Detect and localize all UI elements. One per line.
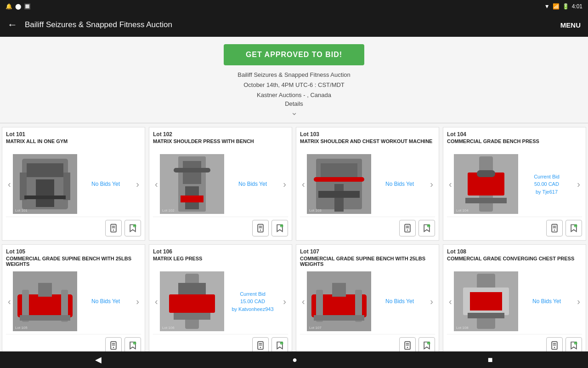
svg-point-37 <box>407 230 408 231</box>
lot-image-104: Lot 104 <box>454 154 518 214</box>
watch-button[interactable] <box>252 220 269 236</box>
lot-label: Lot 107 <box>300 248 435 255</box>
auction-name: Bailiff Seizures & Snapped Fitness Aucti… <box>237 70 350 80</box>
bookmark-button[interactable]: + <box>418 220 435 236</box>
watch-button[interactable] <box>546 220 563 236</box>
svg-rect-9 <box>112 226 115 227</box>
bottom-nav: ◀ ● ■ <box>0 351 588 368</box>
battery-icon: 🔋 <box>562 3 569 10</box>
back-button[interactable]: ← <box>7 19 17 31</box>
prev-image-button[interactable]: ‹ <box>300 294 307 309</box>
lot-image-101: Lot 101 <box>13 154 77 214</box>
lot-actions-102: + <box>153 217 288 236</box>
svg-text:+: + <box>281 342 283 345</box>
bookmark-button[interactable]: + <box>418 337 435 351</box>
lot-title: MATRIX ALL IN ONE GYM <box>6 138 141 151</box>
next-image-button[interactable]: › <box>281 294 288 309</box>
prev-image-button[interactable]: ‹ <box>6 177 13 191</box>
watch-button[interactable] <box>252 337 269 351</box>
svg-rect-31 <box>318 191 360 198</box>
lot-image-area: ‹ Lot 106 Current Bid 15.00 CAD by Katvo… <box>153 271 288 331</box>
lot-actions-107: + <box>300 334 435 351</box>
lots-grid: Lot 101 MATRIX ALL IN ONE GYM ‹ Lot 101 <box>0 125 588 351</box>
time-display: 4:01 <box>572 3 582 10</box>
svg-rect-60 <box>112 343 115 344</box>
prev-image-button[interactable]: ‹ <box>447 294 454 309</box>
svg-rect-17 <box>174 168 210 172</box>
next-image-button[interactable]: › <box>134 177 141 191</box>
bookmark-button[interactable]: + <box>271 337 288 351</box>
next-image-button[interactable]: › <box>281 177 288 191</box>
svg-text:Lot 102: Lot 102 <box>162 208 175 213</box>
wifi-icon: ▼ <box>544 3 550 10</box>
svg-rect-48 <box>553 228 556 229</box>
lot-title: MATRIX SHOULDER AND CHEST WORKOUT MACHIN… <box>300 138 435 151</box>
details-label: Details <box>285 100 303 107</box>
bookmark-button[interactable]: + <box>565 337 582 351</box>
svg-point-11 <box>113 230 114 231</box>
watch-button[interactable] <box>105 337 122 351</box>
lot-image-102: Lot 102 <box>160 154 224 214</box>
svg-rect-36 <box>406 228 409 229</box>
watch-button[interactable] <box>399 337 416 351</box>
bookmark-button[interactable]: + <box>124 337 141 351</box>
watch-button[interactable] <box>399 220 416 236</box>
back-nav-button[interactable]: ◀ <box>88 353 109 367</box>
next-image-button[interactable]: › <box>428 294 435 309</box>
lot-image-106: Lot 106 <box>160 271 224 331</box>
bookmark-button[interactable]: + <box>271 220 288 236</box>
next-image-button[interactable]: › <box>428 177 435 191</box>
status-bar: 🔔 ⬤ 🔲 ▼ 📶 🔋 4:01 <box>0 0 588 13</box>
bid-status-102: No Bids Yet <box>224 181 282 187</box>
lot-card-106: Lot 106 MATRIX LEG PRESS ‹ Lot 106 Curre… <box>149 244 292 351</box>
lot-image-area: ‹ Lot 101 No Bids Yet <box>6 154 141 214</box>
prev-image-button[interactable]: ‹ <box>153 177 160 191</box>
svg-text:Lot 107: Lot 107 <box>309 326 322 330</box>
bid-status-104: Current Bid 50.00 CAD by Tje617 <box>518 173 576 196</box>
prev-image-button[interactable]: ‹ <box>300 177 307 191</box>
next-image-button[interactable]: › <box>134 294 141 309</box>
recent-nav-button[interactable]: ■ <box>481 353 500 367</box>
approve-section: GET APPROVED TO BID! Bailiff Seizures & … <box>0 37 588 121</box>
watch-button[interactable] <box>546 337 563 351</box>
lot-actions-103: + <box>300 217 435 236</box>
menu-button[interactable]: MENU <box>560 21 581 29</box>
svg-text:+: + <box>428 225 430 228</box>
top-nav: ← Bailiff Seizures & Snapped Fitness Auc… <box>0 13 588 37</box>
svg-text:Lot 106: Lot 106 <box>162 326 175 330</box>
approve-button[interactable]: GET APPROVED TO BID! <box>224 44 364 65</box>
svg-rect-56 <box>20 315 70 321</box>
bookmark-button[interactable]: + <box>124 220 141 236</box>
chevron-down-icon: ⌄ <box>291 107 298 117</box>
svg-rect-93 <box>470 292 502 310</box>
prev-image-button[interactable]: ‹ <box>6 294 13 309</box>
page-title: Bailiff Seizures & Snapped Fitness Aucti… <box>25 20 560 29</box>
lot-card-101: Lot 101 MATRIX ALL IN ONE GYM ‹ Lot 101 <box>2 127 145 241</box>
prev-image-button[interactable]: ‹ <box>447 177 454 191</box>
watch-button[interactable] <box>105 220 122 236</box>
svg-text:Lot 105: Lot 105 <box>15 326 28 330</box>
svg-point-99 <box>554 347 555 348</box>
lot-actions-106: + <box>153 334 288 351</box>
lot-title: MATRIX LEG PRESS <box>153 256 288 269</box>
prev-image-button[interactable]: ‹ <box>153 294 160 309</box>
bookmark-button[interactable]: + <box>565 220 582 236</box>
svg-point-74 <box>260 347 261 348</box>
next-image-button[interactable]: › <box>575 294 582 309</box>
lot-image-area: ‹ Lot 104 Current Bid 50.00 CAD by Tje61… <box>447 154 582 214</box>
svg-rect-44 <box>465 198 507 203</box>
next-image-button[interactable]: › <box>575 177 582 191</box>
lot-label: Lot 102 <box>153 131 288 138</box>
home-nav-button[interactable]: ● <box>285 353 305 367</box>
svg-rect-22 <box>259 226 262 227</box>
bid-status-108: No Bids Yet <box>518 298 576 305</box>
main-content: GET APPROVED TO BID! Bailiff Seizures & … <box>0 37 588 351</box>
svg-point-62 <box>113 347 114 348</box>
lot-label: Lot 105 <box>6 248 141 255</box>
lot-card-102: Lot 102 MATRIX SHOULDER PRESS WITH BENCH… <box>149 127 292 241</box>
svg-rect-61 <box>112 345 115 346</box>
status-left-icons: 🔔 ⬤ 🔲 <box>6 3 31 10</box>
lot-image-area: ‹ Lot 103 No Bids Yet › <box>300 154 435 214</box>
details-toggle[interactable]: Details ⌄ <box>285 100 303 117</box>
svg-rect-6 <box>24 196 66 199</box>
